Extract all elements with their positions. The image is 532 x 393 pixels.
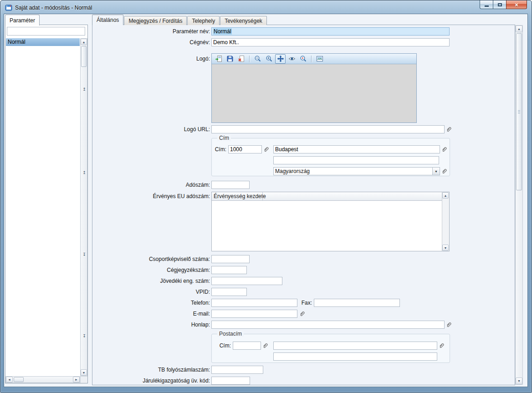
paperclip-icon[interactable]	[445, 126, 452, 133]
contribution-office-input[interactable]	[211, 377, 250, 385]
pan-icon	[277, 55, 284, 62]
jump-up-button[interactable]: ↥	[81, 170, 87, 175]
paperclip-icon[interactable]	[263, 146, 269, 153]
jump-down-button[interactable]: ↧	[81, 333, 87, 339]
parameter-name-label: Paraméter név:	[95, 27, 210, 36]
tax-number-input[interactable]	[211, 181, 250, 189]
scroll-up-button[interactable]: ▲	[442, 192, 449, 199]
parameter-list-vertical-scrollbar[interactable]: ▲ ↥ ↥ ↧ ↧ ▼	[80, 38, 87, 376]
scroll-up-icon: ▲	[444, 194, 447, 197]
contribution-office-label: Járulékigazgatóság üv. kód:	[95, 377, 210, 385]
image-delete-button[interactable]	[236, 54, 246, 64]
screen: Saját adat - módosítás - Normál × Paramé…	[0, 0, 532, 393]
minimize-icon	[485, 5, 489, 7]
scroll-up-button[interactable]: ▲	[81, 39, 87, 45]
maximize-button[interactable]	[493, 0, 506, 9]
paperclip-icon[interactable]	[438, 342, 445, 349]
zoom-original-button[interactable]	[298, 54, 308, 64]
jump-down-button[interactable]: ↧	[81, 252, 87, 257]
address-row-label: Cím:	[213, 145, 226, 153]
view-button[interactable]	[286, 54, 297, 64]
postal-code-input[interactable]	[228, 145, 262, 153]
chevron-down-icon: ▼	[432, 168, 440, 175]
scroll-thumb[interactable]	[14, 377, 24, 382]
tb-account-input[interactable]	[211, 366, 263, 374]
jump-up-button[interactable]: ↥	[81, 87, 87, 92]
postal-address-row-label: Cím:	[215, 342, 231, 350]
image-open-icon	[215, 55, 222, 62]
list-item[interactable]: Normál	[6, 38, 80, 46]
scroll-down-icon: ▼	[82, 371, 86, 374]
close-button[interactable]: ×	[506, 0, 527, 9]
pan-button[interactable]	[275, 54, 286, 64]
tab-site[interactable]: Telephely	[187, 16, 220, 25]
scroll-thumb[interactable]	[516, 33, 522, 190]
company-registry-label: Cégjegyzékszám:	[95, 266, 210, 274]
group-representative-input[interactable]	[211, 255, 250, 263]
jump-up-icon: ↥	[82, 87, 86, 92]
scroll-up-button[interactable]: ▲	[516, 26, 522, 32]
parameter-filter-input[interactable]	[7, 27, 85, 36]
paperclip-icon[interactable]	[299, 311, 305, 317]
vpid-input[interactable]	[211, 288, 247, 296]
scroll-down-icon: ▼	[444, 246, 447, 250]
preview-button[interactable]	[314, 54, 325, 64]
tab-notes-translation[interactable]: Megjegyzés / Fordítás	[124, 16, 187, 25]
title-bar[interactable]: Saját adat - módosítás - Normál	[5, 3, 463, 13]
fax-label: Fax:	[279, 299, 312, 307]
street-input[interactable]	[273, 156, 439, 164]
tab-parameter[interactable]: Paraméter	[5, 15, 40, 26]
parameter-list: Normál	[6, 38, 80, 376]
logo-canvas[interactable]	[212, 64, 416, 122]
scroll-right-icon: ►	[75, 378, 78, 381]
tab-general[interactable]: Általános	[92, 15, 123, 25]
scroll-left-button[interactable]: ◄	[6, 377, 13, 383]
parameter-name-field[interactable]: Normál	[211, 27, 450, 36]
website-input[interactable]	[211, 321, 445, 329]
logo-url-input[interactable]	[211, 125, 445, 133]
country-select[interactable]: Magyarország ▼	[273, 167, 440, 175]
group-representative-label: Csoportképviselő száma:	[95, 255, 210, 263]
scroll-down-button[interactable]: ▼	[516, 378, 522, 384]
parameter-panel: Normál ▲ ↥ ↥ ↧ ↧ ▼ ◄ ►	[5, 25, 88, 383]
postal-address-group: Postacím Cím:	[211, 334, 450, 363]
window-frame: Saját adat - módosítás - Normál × Paramé…	[0, 0, 532, 393]
window-controls: ×	[480, 0, 527, 9]
scroll-right-button[interactable]: ►	[73, 377, 80, 383]
fax-input[interactable]	[314, 299, 400, 307]
logo-label: Logó:	[95, 55, 210, 63]
postal-address-zip-input[interactable]	[233, 342, 261, 350]
tab-activities[interactable]: Tevékenységek	[220, 16, 267, 25]
logo-editor	[211, 53, 417, 123]
zoom-out-button[interactable]	[252, 54, 263, 64]
parameter-list-horizontal-scrollbar[interactable]: ◄ ►	[5, 376, 80, 383]
eu-tax-table-header[interactable]: Érvényesség kezdete	[212, 192, 442, 201]
form-vertical-scrollbar[interactable]: ▲ ▼	[515, 25, 523, 385]
email-input[interactable]	[211, 310, 297, 318]
company-name-input[interactable]	[211, 38, 450, 46]
scroll-thumb[interactable]	[81, 46, 87, 67]
paperclip-icon[interactable]	[445, 322, 452, 328]
postal-address-city-input[interactable]	[273, 342, 437, 350]
image-open-button[interactable]	[213, 54, 224, 64]
scroll-down-button[interactable]: ▼	[81, 369, 87, 376]
postal-address-street-input[interactable]	[273, 352, 437, 361]
scroll-down-button[interactable]: ▼	[442, 245, 449, 251]
tb-account-label: TB folyószámlaszám:	[95, 366, 210, 374]
selected-text: Normál	[213, 28, 232, 35]
paperclip-icon[interactable]	[441, 146, 447, 153]
paperclip-icon[interactable]	[441, 168, 447, 175]
minimize-button[interactable]	[480, 0, 493, 9]
zoom-in-button[interactable]	[264, 54, 274, 64]
address-group: Cím Cím: Magyarország ▼	[211, 138, 450, 176]
eu-tax-table[interactable]: Érvényesség kezdete ▲ ▼	[211, 192, 450, 251]
city-input[interactable]	[273, 145, 440, 153]
eu-tax-table-scrollbar[interactable]: ▲ ▼	[442, 192, 449, 251]
image-save-button[interactable]	[225, 54, 235, 64]
company-registry-input[interactable]	[211, 266, 247, 274]
preview-icon	[316, 55, 323, 62]
paperclip-icon[interactable]	[262, 342, 268, 349]
vpid-label: VPID:	[95, 288, 210, 296]
excise-license-input[interactable]	[211, 277, 282, 285]
tax-number-label: Adószám:	[95, 181, 210, 189]
